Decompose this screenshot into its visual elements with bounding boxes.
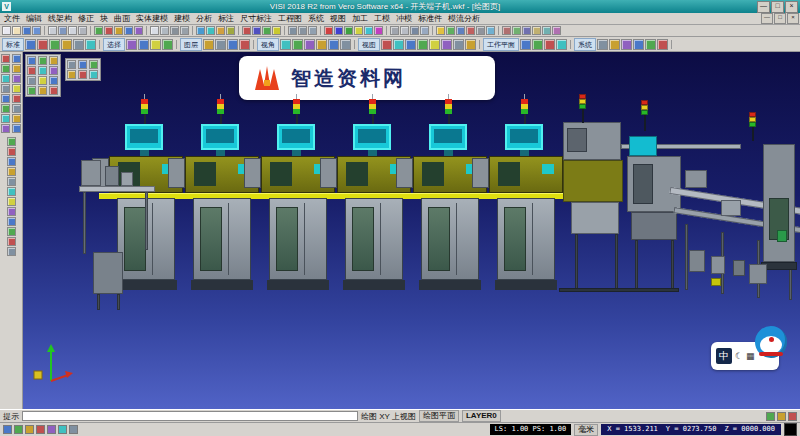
toolbar-icon[interactable] bbox=[69, 425, 78, 434]
toolbar-icon[interactable] bbox=[22, 26, 31, 35]
close-button[interactable]: × bbox=[785, 1, 798, 13]
menu-item[interactable]: 工模 bbox=[371, 13, 393, 24]
toolbar-icon[interactable] bbox=[441, 39, 452, 50]
toolbar-icon[interactable] bbox=[777, 412, 786, 421]
menu-item[interactable]: 标准件 bbox=[415, 13, 445, 24]
toolbar-icon[interactable] bbox=[89, 60, 98, 69]
maximize-button[interactable]: □ bbox=[771, 1, 784, 13]
ime-icon[interactable]: ☾ bbox=[735, 351, 743, 361]
toolbar-icon[interactable] bbox=[7, 177, 16, 186]
toolbar-icon[interactable] bbox=[89, 70, 98, 79]
toolbar-icon[interactable] bbox=[150, 26, 159, 35]
toolbar-icon[interactable] bbox=[239, 39, 250, 50]
doc-restore-button[interactable]: □ bbox=[774, 13, 786, 24]
toolbar-icon[interactable] bbox=[67, 60, 76, 69]
menu-item[interactable]: 标注 bbox=[215, 13, 237, 24]
menu-item[interactable]: 工程图 bbox=[275, 13, 305, 24]
doc-minimize-button[interactable]: — bbox=[761, 13, 773, 24]
menu-item[interactable]: 编辑 bbox=[23, 13, 45, 24]
toolbar-icon[interactable] bbox=[27, 76, 36, 85]
command-input[interactable] bbox=[22, 411, 358, 421]
toolbar-icon[interactable] bbox=[381, 39, 392, 50]
menu-item[interactable]: 视图 bbox=[327, 13, 349, 24]
toolbar-icon[interactable] bbox=[3, 425, 12, 434]
toolbar-icon[interactable] bbox=[308, 26, 317, 35]
toolbar-icon[interactable] bbox=[788, 412, 797, 421]
toolbar-group-label[interactable]: 工作平面 bbox=[483, 38, 519, 51]
drawing-plane-button[interactable]: 绘图平面 bbox=[419, 410, 459, 422]
toolbar-icon[interactable] bbox=[36, 425, 45, 434]
toolbar-icon[interactable] bbox=[1, 74, 10, 83]
toolbar-icon[interactable] bbox=[12, 74, 21, 83]
toolbar-group-label[interactable]: 视图 bbox=[358, 38, 380, 51]
toolbar-icon[interactable] bbox=[242, 26, 251, 35]
toolbar-icon[interactable] bbox=[1, 84, 10, 93]
toolbar-icon[interactable] bbox=[7, 217, 16, 226]
toolbar-icon[interactable] bbox=[1, 124, 10, 133]
toolbar-icon[interactable] bbox=[12, 114, 21, 123]
toolbar-icon[interactable] bbox=[78, 26, 87, 35]
toolbar-icon[interactable] bbox=[203, 39, 214, 50]
toolbar-icon[interactable] bbox=[7, 237, 16, 246]
toolbar-icon[interactable] bbox=[390, 26, 399, 35]
toolbar-icon[interactable] bbox=[49, 39, 60, 50]
toolbar-icon[interactable] bbox=[1, 54, 10, 63]
toolbar-icon[interactable] bbox=[556, 39, 567, 50]
toolbar-group-label[interactable]: 标准 bbox=[2, 38, 24, 51]
toolbar-icon[interactable] bbox=[227, 39, 238, 50]
toolbar-icon[interactable] bbox=[37, 39, 48, 50]
toolbar-icon[interactable] bbox=[466, 26, 475, 35]
toolbar-icon[interactable] bbox=[645, 39, 656, 50]
toolbar-group-label[interactable]: 选择 bbox=[103, 38, 125, 51]
toolbar-icon[interactable] bbox=[38, 56, 47, 65]
toolbar-icon[interactable] bbox=[7, 157, 16, 166]
toolbar-icon[interactable] bbox=[38, 86, 47, 95]
menu-item[interactable]: 文件 bbox=[1, 13, 23, 24]
toolbar-icon[interactable] bbox=[304, 39, 315, 50]
toolbar-icon[interactable] bbox=[476, 26, 485, 35]
toolbar-icon[interactable] bbox=[49, 66, 58, 75]
toolbar-icon[interactable] bbox=[7, 187, 16, 196]
toolbar-icon[interactable] bbox=[1, 94, 10, 103]
ime-language-indicator[interactable]: 中 bbox=[716, 348, 732, 364]
toolbar-icon[interactable] bbox=[465, 39, 476, 50]
toolbar-icon[interactable] bbox=[272, 26, 281, 35]
toolbar-icon[interactable] bbox=[609, 39, 620, 50]
toolbar-icon[interactable] bbox=[226, 26, 235, 35]
toolbar-icon[interactable] bbox=[520, 39, 531, 50]
toolbar-icon[interactable] bbox=[374, 26, 383, 35]
toolbar-icon[interactable] bbox=[344, 26, 353, 35]
toolbar-icon[interactable] bbox=[417, 39, 428, 50]
toolbar-icon[interactable] bbox=[12, 64, 21, 73]
toolbar-icon[interactable] bbox=[324, 26, 333, 35]
toolbar-group-label[interactable]: 视角 bbox=[257, 38, 279, 51]
toolbar-icon[interactable] bbox=[58, 26, 67, 35]
toolbar-icon[interactable] bbox=[61, 39, 72, 50]
toolbar-icon[interactable] bbox=[150, 39, 161, 50]
toolbar-icon[interactable] bbox=[334, 26, 343, 35]
toolbar-icon[interactable] bbox=[364, 26, 373, 35]
toolbar-icon[interactable] bbox=[94, 26, 103, 35]
toolbar-icon[interactable] bbox=[7, 147, 16, 156]
toolbar-icon[interactable] bbox=[446, 26, 455, 35]
toolbar-icon[interactable] bbox=[27, 66, 36, 75]
toolbar-icon[interactable] bbox=[400, 26, 409, 35]
toolbar-icon[interactable] bbox=[288, 26, 297, 35]
toolbar-icon[interactable] bbox=[114, 26, 123, 35]
toolbar-icon[interactable] bbox=[542, 26, 551, 35]
toolbar-icon[interactable] bbox=[14, 425, 23, 434]
ime-icon[interactable]: ▦ bbox=[746, 351, 755, 361]
menu-item[interactable]: 分析 bbox=[193, 13, 215, 24]
toolbar-icon[interactable] bbox=[58, 425, 67, 434]
toolbar-icon[interactable] bbox=[180, 26, 189, 35]
toolbar-icon[interactable] bbox=[85, 39, 96, 50]
menu-item[interactable]: 尺寸标注 bbox=[237, 13, 275, 24]
menu-item[interactable]: 块 bbox=[97, 13, 111, 24]
layer-selector[interactable]: LAYER0 bbox=[462, 410, 501, 422]
toolbar-icon[interactable] bbox=[657, 39, 668, 50]
menu-item[interactable]: 实体建模 bbox=[133, 13, 171, 24]
toolbar-icon[interactable] bbox=[206, 26, 215, 35]
menu-item[interactable]: 加工 bbox=[349, 13, 371, 24]
doc-close-button[interactable]: × bbox=[787, 13, 799, 24]
minimize-button[interactable]: — bbox=[757, 1, 770, 13]
